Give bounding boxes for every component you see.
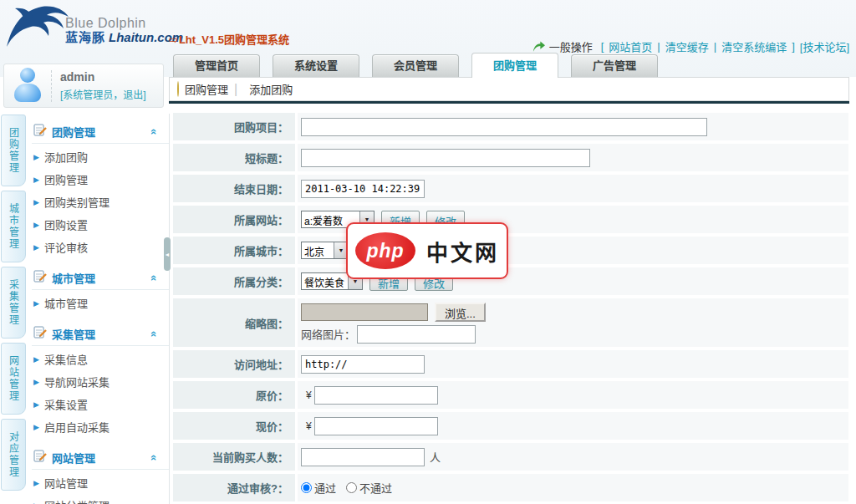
triangle-bullet-icon: ▶ [33, 501, 39, 504]
edge-tab-collect[interactable]: 采集管理 [1, 267, 26, 339]
sidebar-item-groupbuy-mgmt[interactable]: ▶团购管理 [32, 168, 169, 191]
user-avatar-icon [11, 67, 44, 105]
admin-page: Blue Dolphin 蓝海豚 Lhaitun.com ⇨Lht_V1.5团购… [0, 0, 856, 504]
sidebar-group-header[interactable]: 团购管理 « [32, 120, 169, 144]
logout-link[interactable]: [系统管理员，退出] [60, 87, 146, 101]
sidebar-item-auto-collect[interactable]: ▶启用自动采集 [32, 415, 169, 438]
browse-button[interactable]: 浏览... [435, 303, 486, 322]
radio-label: 通过 [314, 480, 336, 496]
groupbuy-title-input[interactable] [301, 118, 707, 136]
field-label: 所属分类： [173, 267, 295, 295]
divider-rule [169, 101, 849, 104]
form-row-audit: 通过审核?： 通过 不通过 [173, 474, 848, 501]
bracket: [ [601, 40, 604, 53]
sidebar-group-header[interactable]: 网站管理 « [32, 446, 169, 470]
current-price-input[interactable] [314, 417, 438, 435]
breadcrumb-item[interactable]: 团购管理 [185, 81, 228, 97]
yuan-sign: ¥ [306, 420, 312, 432]
sidebar-item-groupbuy-category[interactable]: ▶团购类别管理 [32, 191, 169, 213]
triangle-bullet-icon: ▶ [33, 423, 39, 431]
triangle-bullet-icon: ▶ [33, 243, 39, 252]
edge-tab-city[interactable]: 城市管理 [1, 191, 26, 262]
separator: | [657, 40, 660, 53]
main-tabs: 管理首页 系统设置 会员管理 团购管理 广告管理 [173, 53, 670, 77]
form-row-title: 团购项目： [173, 113, 848, 140]
thumbnail-file-input[interactable] [301, 303, 428, 321]
sidebar-group-title: 团购管理 [52, 124, 95, 140]
web-image-input[interactable] [357, 325, 476, 344]
edge-tab-website[interactable]: 网站管理 [1, 343, 26, 415]
buyer-count-input[interactable] [301, 448, 425, 466]
collapse-chevron-icon[interactable]: « [148, 274, 160, 280]
field-label: 所属城市： [173, 237, 295, 264]
collapse-chevron-icon[interactable]: « [148, 128, 160, 134]
link-clear-cache[interactable]: 清空缓存 [665, 38, 709, 54]
sidebar-item-label: 网站管理 [44, 475, 88, 491]
edge-tab-mapping[interactable]: 对应管理 [1, 419, 26, 491]
form-row-url: 访问地址： [173, 350, 848, 378]
audit-fail-radio[interactable] [346, 482, 357, 493]
sidebar-item-comment-audit[interactable]: ▶评论审核 [32, 236, 169, 258]
sidebar-group-title: 城市管理 [52, 270, 95, 286]
form-row-original-price: 原价： ¥ [173, 381, 848, 409]
divider [51, 70, 52, 102]
php-cn-watermark: php 中文网 [346, 222, 508, 279]
link-tech-forum[interactable]: [技术论坛] [800, 38, 849, 54]
form-row-short-title: 短标题： [173, 144, 848, 171]
sidebar-group-header[interactable]: 采集管理 « [32, 323, 169, 346]
breadcrumb-item[interactable]: 添加团购 [249, 81, 293, 97]
sidebar-item-groupbuy-settings[interactable]: ▶团购设置 [32, 213, 169, 236]
field-label: 短标题： [173, 144, 295, 171]
field-label: 当前购买人数： [173, 443, 295, 471]
link-clear-compile[interactable]: 清空系统编译 [721, 38, 787, 54]
sidebar-item-city-mgmt[interactable]: ▶城市管理 [32, 292, 169, 314]
original-price-input[interactable] [314, 386, 438, 405]
short-title-input[interactable] [301, 149, 590, 167]
tab-groupbuy-management[interactable]: 团购管理 [471, 53, 558, 78]
edge-tab-groupbuy[interactable]: 团购管理 [1, 115, 26, 186]
sidebar-item-label: 团购类别管理 [44, 194, 110, 210]
sidebar-item-website-category[interactable]: ▶网站分类管理 [32, 494, 169, 504]
web-image-label: 网络图片： [301, 326, 355, 342]
radio-label: 不通过 [359, 480, 392, 496]
sidebar-item-collect-info[interactable]: ▶采集信息 [32, 348, 169, 370]
collapse-chevron-icon[interactable]: « [148, 330, 160, 336]
sidebar-group-title: 采集管理 [52, 326, 95, 342]
sidebar-item-label: 城市管理 [44, 295, 88, 311]
sidebar-menu: 团购管理 « ▶添加团购 ▶团购管理 ▶团购类别管理 ▶团购设置 ▶评论审核 城… [28, 114, 170, 504]
tab-admin-home[interactable]: 管理首页 [173, 54, 260, 77]
sidebar-collapse-handle[interactable]: ◄ [164, 237, 171, 271]
sidebar-item-label: 网站分类管理 [44, 497, 110, 504]
visit-url-input[interactable] [301, 355, 425, 374]
sidebar-group-collect: 采集管理 « ▶采集信息 ▶导航网站采集 ▶采集设置 ▶启用自动采集 [32, 323, 169, 438]
logo: Blue Dolphin 蓝海豚 Lhaitun.com [5, 2, 183, 48]
sidebar-group-header[interactable]: 城市管理 « [32, 267, 169, 290]
people-suffix: 人 [430, 449, 441, 465]
tab-system-settings[interactable]: 系统设置 [273, 54, 359, 77]
notepad-edit-icon [33, 269, 47, 286]
audit-fail-option[interactable]: 不通过 [346, 480, 392, 496]
selected-value: 北京 [302, 242, 334, 258]
city-select[interactable]: 北京 ▼ [301, 242, 349, 259]
form-row-thumbnail: 缩略图： 浏览... 网络图片： [173, 298, 848, 347]
triangle-bullet-icon: ▶ [33, 198, 39, 206]
sidebar-item-website-mgmt[interactable]: ▶网站管理 [32, 471, 169, 494]
end-date-input[interactable] [301, 180, 425, 198]
audit-pass-radio[interactable] [301, 482, 312, 493]
tab-member-management[interactable]: 会员管理 [372, 54, 459, 77]
sidebar-item-collect-settings[interactable]: ▶采集设置 [32, 393, 169, 415]
bracket: ] [792, 40, 795, 53]
logo-zh-text: 蓝海豚 [65, 31, 105, 44]
tab-ad-management[interactable]: 广告管理 [571, 54, 658, 77]
sidebar-item-add-groupbuy[interactable]: ▶添加团购 [32, 145, 169, 168]
triangle-bullet-icon: ▶ [33, 355, 39, 364]
audit-pass-option[interactable]: 通过 [301, 480, 336, 496]
collapse-chevron-icon[interactable]: « [148, 454, 160, 460]
sidebar-item-nav-site-collect[interactable]: ▶导航网站采集 [32, 370, 169, 393]
arrow-right-icon: ⇨ [169, 33, 178, 46]
arrow-left-icon: ◄ [165, 252, 171, 257]
username: admin [60, 70, 146, 84]
sidebar-item-label: 添加团购 [44, 149, 88, 165]
separator: | [714, 40, 716, 53]
sidebar-item-label: 团购设置 [44, 216, 88, 232]
